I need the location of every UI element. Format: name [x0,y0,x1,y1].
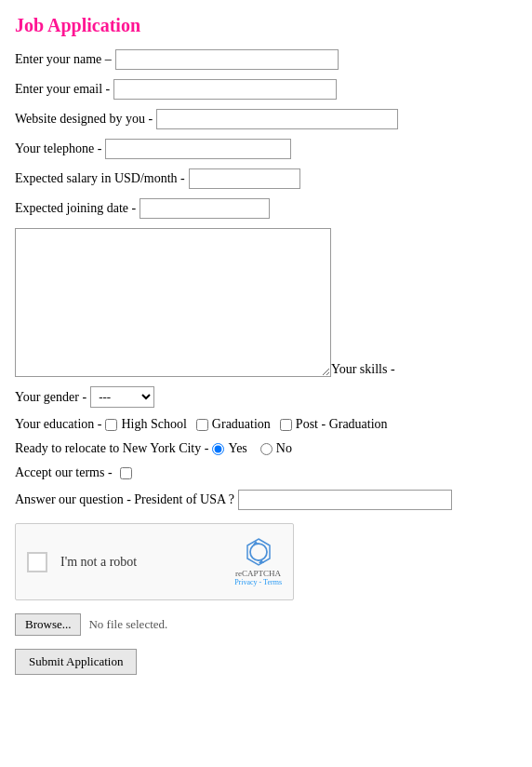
captcha-label: I'm not a robot [60,555,234,570]
website-row: Website designed by you - [15,109,517,129]
submit-button[interactable]: Submit Application [15,649,137,675]
relocate-no-label: No [276,441,292,456]
education-row: Your education - High School Graduation … [15,417,517,432]
terms-row: Accept our terms - [15,465,517,480]
relocate-row: Ready to relocate to New York City - Yes… [15,441,517,456]
relocate-yes-option: Yes [212,441,250,456]
relocate-no-radio[interactable] [260,443,273,455]
file-status-label: No file selected. [88,617,167,632]
browse-button[interactable]: Browse... [15,613,81,636]
email-label: Enter your email - [15,82,110,97]
terms-checkbox[interactable] [120,467,132,479]
relocate-label: Ready to relocate to New York City - [15,441,208,456]
gender-row: Your gender - --- Male Female Other [15,386,517,408]
relocate-no-option: No [260,441,296,456]
education-highschool-label: High School [121,417,186,432]
gender-select[interactable]: --- Male Female Other [90,386,154,408]
joining-date-label: Expected joining date - [15,201,136,216]
file-row: Browse... No file selected. [15,613,517,636]
salary-label: Expected salary in USD/month - [15,171,185,186]
telephone-input[interactable] [105,139,291,159]
telephone-row: Your telephone - [15,139,517,159]
salary-input[interactable] [189,168,300,189]
captcha-logo: reCAPTCHA Privacy - Terms [234,537,282,586]
captcha-checkbox[interactable] [27,552,47,572]
terms-label: Accept our terms - [15,465,113,480]
education-postgrad-label: Post - Graduation [296,417,388,432]
website-input[interactable] [156,109,398,129]
question-row: Answer our question - President of USA ? [15,490,517,510]
joining-date-row: Expected joining date - [15,198,517,219]
name-input[interactable] [115,49,339,70]
education-highschool-option: High School [105,417,190,432]
captcha-box: I'm not a robot reCAPTCHA Privacy - Term… [15,523,294,600]
page-title: Job Application [15,15,517,36]
education-postgrad-option: Post - Graduation [280,417,392,432]
skills-textarea[interactable] [15,228,331,377]
name-row: Enter your name – [15,49,517,70]
email-input[interactable] [113,79,337,100]
skills-row: Your skills - [15,228,517,377]
education-highschool-checkbox[interactable] [105,419,117,431]
relocate-yes-radio[interactable] [212,443,224,455]
website-label: Website designed by you - [15,112,153,127]
education-graduation-label: Graduation [212,417,271,432]
relocate-yes-label: Yes [228,441,246,456]
email-row: Enter your email - [15,79,517,100]
recaptcha-brand-text: reCAPTCHA [235,569,281,578]
joining-date-input[interactable] [140,198,270,219]
question-label: Answer our question - President of USA ? [15,492,234,507]
recaptcha-icon [244,537,273,567]
usa-president-input[interactable] [238,490,452,510]
telephone-label: Your telephone - [15,141,101,156]
gender-label: Your gender - [15,390,86,405]
education-graduation-checkbox[interactable] [196,419,208,431]
name-label: Enter your name – [15,52,112,67]
recaptcha-links-text: Privacy - Terms [234,578,282,586]
education-graduation-option: Graduation [196,417,274,432]
salary-row: Expected salary in USD/month - [15,168,517,189]
skills-label: Your skills - [331,362,395,377]
education-postgrad-checkbox[interactable] [280,419,292,431]
education-label: Your education - [15,417,101,432]
